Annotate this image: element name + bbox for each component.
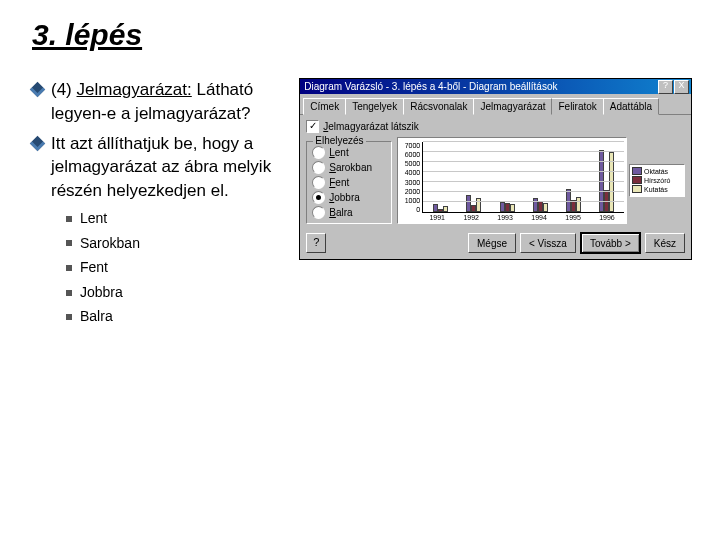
radio-icon	[312, 206, 325, 219]
text-column: (4) Jelmagyarázat: Látható legyen-e a je…	[32, 78, 289, 332]
radio-arokban[interactable]: Sarokban	[312, 161, 386, 174]
chart-legend: OktatásHírszóróKutatás	[629, 164, 685, 197]
back-button[interactable]: < Vissza	[520, 233, 576, 253]
chart-wizard-dialog: Diagram Varázsló - 3. lépés a 4-ből - Di…	[299, 78, 692, 260]
tab-rácsvonalak[interactable]: Rácsvonalak	[403, 98, 474, 115]
tab-strip: CímekTengelyekRácsvonalakJelmagyarázatFe…	[300, 94, 691, 115]
show-legend-checkbox[interactable]: ✓ Jelmagyarázat látszik	[306, 120, 685, 133]
radio-icon	[312, 146, 325, 159]
close-button[interactable]: X	[674, 80, 689, 94]
bullet-2: Itt azt állíthatjuk be, hogy a jelmagyar…	[32, 132, 289, 203]
radio-icon	[312, 191, 325, 204]
square-icon	[66, 265, 72, 271]
tab-jelmagyarázat[interactable]: Jelmagyarázat	[473, 98, 552, 115]
diamond-icon	[30, 82, 46, 98]
square-icon	[66, 216, 72, 222]
radio-alra[interactable]: Balra	[312, 206, 386, 219]
checkbox-icon: ✓	[306, 120, 319, 133]
radio-ent[interactable]: Fent	[312, 176, 386, 189]
radio-icon	[312, 176, 325, 189]
help-button[interactable]: ?	[306, 233, 326, 253]
tab-adattábla[interactable]: Adattábla	[603, 98, 659, 115]
finish-button[interactable]: Kész	[645, 233, 685, 253]
radio-ent[interactable]: Lent	[312, 146, 386, 159]
radio-icon	[312, 161, 325, 174]
next-button[interactable]: Tovább >	[580, 232, 641, 254]
slide-title: 3. lépés	[32, 18, 692, 52]
square-icon	[66, 240, 72, 246]
cancel-button[interactable]: Mégse	[468, 233, 516, 253]
square-icon	[66, 290, 72, 296]
tab-címek[interactable]: Címek	[303, 98, 346, 115]
tab-feliratok[interactable]: Feliratok	[551, 98, 603, 115]
context-help-button[interactable]: ?	[658, 80, 673, 94]
sub-bullet: Fent	[66, 258, 289, 278]
diamond-icon	[30, 135, 46, 151]
sub-bullet: Jobbra	[66, 283, 289, 303]
radio-obbra[interactable]: Jobbra	[312, 191, 386, 204]
tab-tengelyek[interactable]: Tengelyek	[345, 98, 404, 115]
sub-bullet: Sarokban	[66, 234, 289, 254]
bullet-1: (4) Jelmagyarázat: Látható legyen-e a je…	[32, 78, 289, 126]
dialog-titlebar[interactable]: Diagram Varázsló - 3. lépés a 4-ből - Di…	[300, 79, 691, 94]
square-icon	[66, 314, 72, 320]
dialog-title: Diagram Varázsló - 3. lépés a 4-ből - Di…	[302, 81, 657, 92]
sub-bullet: Balra	[66, 307, 289, 327]
placement-frame: Elhelyezés LentSarokbanFentJobbraBalra	[306, 141, 392, 224]
chart-preview: 70006000500040003000200010000 1991199219…	[397, 137, 685, 224]
sub-bullet: Lent	[66, 209, 289, 229]
